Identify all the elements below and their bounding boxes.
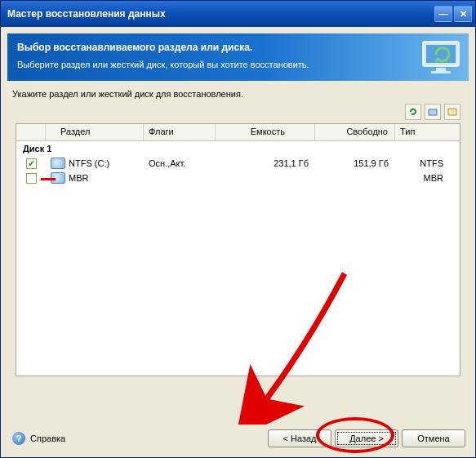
row-free: 151,9 Гб: [315, 158, 395, 168]
disk-group: Диск 1: [16, 141, 460, 156]
annotation-underline: [41, 178, 56, 180]
svg-rect-5: [448, 109, 456, 115]
wizard-window: Мастер восстановления данных — ✕ Выбор в…: [0, 0, 476, 458]
col-free[interactable]: Свободно: [315, 124, 395, 140]
cancel-button[interactable]: Отмена: [402, 429, 465, 447]
options-icon[interactable]: [444, 104, 460, 120]
refresh-icon[interactable]: [405, 104, 421, 120]
next-button[interactable]: Далее >: [335, 429, 398, 447]
window-buttons: — ✕: [434, 6, 472, 22]
monitor-icon: [418, 38, 464, 76]
row-name: NTFS (C:): [69, 158, 109, 168]
col-type[interactable]: Тип: [395, 124, 460, 140]
help-icon: ?: [12, 432, 25, 445]
row-checkbox[interactable]: ✔: [26, 158, 37, 169]
row-checkbox[interactable]: [26, 173, 37, 184]
disk-icon[interactable]: [425, 104, 441, 120]
header-title: Выбор восстанавливаемого раздела или дис…: [17, 42, 459, 53]
help-link[interactable]: ? Справка: [12, 432, 65, 445]
window-title: Мастер восстановления данных: [7, 8, 166, 20]
back-button[interactable]: < Назад: [268, 429, 331, 447]
partition-list[interactable]: Раздел Флаги Емкость Свободно Тип Диск 1…: [16, 123, 460, 376]
row-type: NTFS: [395, 158, 460, 168]
titlebar: Мастер восстановления данных — ✕: [1, 1, 475, 27]
svg-rect-4: [429, 109, 437, 115]
partition-icon: [51, 158, 65, 169]
header-subtitle: Выберите раздел или жесткий диск, которы…: [17, 60, 459, 69]
minimize-button[interactable]: —: [434, 6, 452, 22]
instruction-text: Укажите раздел или жесткий диск для восс…: [1, 81, 475, 104]
row-type: MBR: [395, 173, 460, 183]
help-label: Справка: [30, 434, 65, 443]
col-partition[interactable]: Раздел: [46, 124, 144, 140]
table-row[interactable]: MBR MBR: [16, 171, 460, 185]
svg-rect-3: [431, 71, 451, 73]
col-flags[interactable]: Флаги: [144, 124, 216, 140]
close-button[interactable]: ✕: [454, 6, 472, 22]
list-header: Раздел Флаги Емкость Свободно Тип: [16, 124, 460, 141]
row-capacity: 231,1 Гб: [216, 158, 315, 168]
col-checkbox[interactable]: [16, 124, 46, 140]
col-capacity[interactable]: Емкость: [216, 124, 315, 140]
table-row[interactable]: ✔ NTFS (C:) Осн.,Акт. 231,1 Гб 151,9 Гб …: [16, 156, 460, 171]
footer: ? Справка < Назад Далее > Отмена: [1, 423, 475, 457]
row-name: MBR: [69, 173, 88, 183]
wizard-header: Выбор восстанавливаемого раздела или дис…: [7, 33, 469, 81]
toolbar: [1, 104, 475, 123]
row-flags: Осн.,Акт.: [144, 158, 216, 168]
svg-rect-2: [436, 68, 446, 71]
